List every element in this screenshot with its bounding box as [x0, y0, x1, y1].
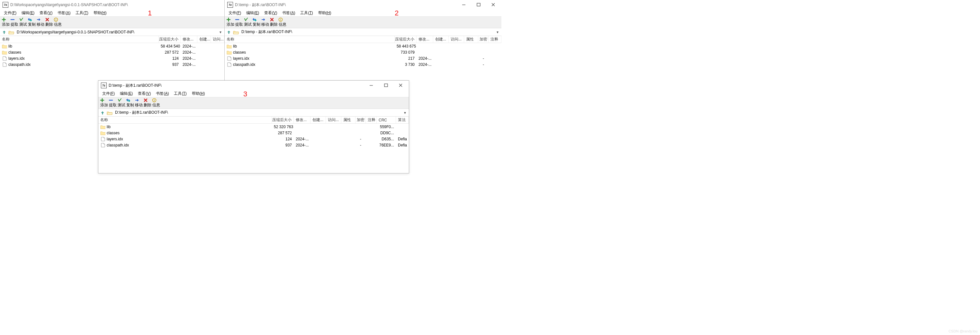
col-header-created[interactable]: 创建...: [197, 36, 211, 43]
move-icon[interactable]: [36, 17, 41, 22]
menu-e[interactable]: 编辑(E): [117, 90, 135, 97]
extract-icon[interactable]: [108, 98, 113, 102]
col-header-name[interactable]: 名称: [99, 117, 272, 123]
menu-t[interactable]: 工具(T): [298, 10, 315, 16]
col-header-size[interactable]: 压缩后大小: [159, 36, 181, 43]
up-button[interactable]: [226, 29, 232, 35]
info-icon[interactable]: [278, 17, 283, 22]
toolbar-move-label[interactable]: 移动: [36, 22, 45, 27]
toolbar-delete-label[interactable]: 删除: [269, 22, 278, 27]
col-header-crc[interactable]: CRC: [377, 117, 396, 123]
list-item[interactable]: classpath.idx9372024-...: [0, 61, 224, 67]
toolbar-delete-label[interactable]: 删除: [143, 102, 152, 108]
address-dropdown[interactable]: ▾: [218, 30, 223, 34]
toolbar-test-label[interactable]: 测试: [19, 22, 27, 27]
test-icon[interactable]: [243, 17, 248, 22]
delete-icon[interactable]: [269, 17, 275, 22]
menu-a[interactable]: 书签(A): [153, 90, 171, 97]
col-header-attr[interactable]: 属性: [341, 117, 355, 123]
list-item[interactable]: classpath.idx9372024-...-76EE9...Defla: [99, 142, 409, 148]
up-button[interactable]: [1, 29, 7, 35]
col-header-created[interactable]: 创建...: [433, 36, 449, 43]
col-header-note[interactable]: 注释: [366, 117, 377, 123]
menu-e[interactable]: 编辑(E): [243, 10, 262, 16]
col-header-mod[interactable]: 修改...: [181, 36, 197, 43]
address-dropdown[interactable]: ▾: [495, 30, 500, 34]
titlebar[interactable]: 7z D:\Workspace\yangsi\target\yangsi-0.0…: [0, 0, 224, 10]
list-item[interactable]: layers.idx2172024-...-: [225, 55, 501, 61]
menu-h[interactable]: 帮助(H): [316, 10, 334, 16]
menu-a[interactable]: 书签(A): [55, 10, 73, 16]
menu-f[interactable]: 文件(F): [226, 10, 243, 16]
maximize-button[interactable]: [379, 81, 393, 90]
list-item[interactable]: classpath.idx3 7302024-...-: [225, 61, 501, 67]
toolbar-copy-label[interactable]: 复制: [126, 102, 134, 108]
maximize-button[interactable]: [471, 0, 486, 10]
minimize-button[interactable]: [364, 81, 379, 90]
toolbar-copy-label[interactable]: 复制: [27, 22, 36, 27]
col-header-mod[interactable]: 修改...: [294, 117, 310, 123]
toolbar-copy-label[interactable]: 复制: [252, 22, 261, 27]
toolbar-add-label[interactable]: 添加: [100, 102, 108, 108]
titlebar[interactable]: 7z D:\temp - 副本.rar\BOOT-INF\: [225, 0, 501, 10]
copy-icon[interactable]: [126, 98, 131, 102]
list-item[interactable]: classes287 5722024-...: [0, 49, 224, 55]
close-button[interactable]: [393, 81, 408, 90]
test-icon[interactable]: [117, 98, 122, 102]
delete-icon[interactable]: [143, 98, 148, 102]
menu-h[interactable]: 帮助(H): [189, 90, 208, 97]
toolbar-extract-label[interactable]: 提取: [235, 22, 243, 27]
list-item[interactable]: layers.idx1242024-...: [0, 55, 224, 61]
address-path[interactable]: D:\Workspace\yangsi\target\yangsi-0.0.1-…: [16, 30, 216, 34]
toolbar-extract-label[interactable]: 提取: [108, 102, 117, 108]
col-header-enc[interactable]: 加密: [355, 117, 366, 123]
toolbar-delete-label[interactable]: 删除: [45, 22, 53, 27]
list-item[interactable]: classes287 572DD9C...: [99, 130, 409, 136]
list-item[interactable]: lib58 434 5402024-...: [0, 43, 224, 49]
col-header-algo[interactable]: 算法: [396, 117, 409, 123]
col-header-created[interactable]: 创建...: [310, 117, 326, 123]
extract-icon[interactable]: [235, 17, 240, 22]
copy-icon[interactable]: [252, 17, 257, 22]
toolbar-info-label[interactable]: 信息: [152, 102, 161, 108]
toolbar-test-label[interactable]: 测试: [117, 102, 126, 108]
col-header-attr[interactable]: 属性: [464, 36, 478, 43]
toolbar-add-label[interactable]: 添加: [226, 22, 235, 27]
test-icon[interactable]: [19, 17, 24, 22]
add-icon[interactable]: [226, 17, 231, 22]
col-header-enc[interactable]: 加密: [478, 36, 488, 43]
menu-f[interactable]: 文件(F): [100, 90, 117, 97]
titlebar[interactable]: 7z D:\temp - 副本1.rar\BOOT-INF\: [99, 81, 409, 90]
move-icon[interactable]: [261, 17, 266, 22]
menu-a[interactable]: 书签(A): [280, 10, 298, 16]
info-icon[interactable]: [152, 98, 157, 102]
toolbar-info-label[interactable]: 信息: [53, 22, 62, 27]
col-header-name[interactable]: 名称: [0, 36, 159, 43]
col-header-access[interactable]: 访问...: [211, 36, 224, 43]
col-header-mod[interactable]: 修改...: [417, 36, 433, 43]
menu-v[interactable]: 查看(V): [135, 90, 153, 97]
move-icon[interactable]: [134, 98, 140, 102]
up-button[interactable]: [100, 110, 105, 116]
list-item[interactable]: lib58 443 675: [225, 43, 501, 49]
add-icon[interactable]: [100, 98, 105, 102]
list-item[interactable]: classes733 079: [225, 49, 501, 55]
toolbar-test-label[interactable]: 测试: [243, 22, 252, 27]
address-dropdown[interactable]: ▾: [402, 111, 407, 115]
delete-icon[interactable]: [45, 17, 50, 22]
col-header-access[interactable]: 访问...: [326, 117, 341, 123]
col-header-note[interactable]: 注释: [488, 36, 501, 43]
list-item[interactable]: layers.idx1242024-...-D635...Defla: [99, 136, 409, 142]
toolbar-add-label[interactable]: 添加: [1, 22, 10, 27]
menu-f[interactable]: 文件(F): [1, 10, 19, 16]
col-header-name[interactable]: 名称: [225, 36, 395, 43]
menu-h[interactable]: 帮助(H): [91, 10, 109, 16]
toolbar-extract-label[interactable]: 提取: [10, 22, 19, 27]
copy-icon[interactable]: [27, 17, 32, 22]
toolbar-info-label[interactable]: 信息: [278, 22, 287, 27]
toolbar-move-label[interactable]: 移动: [261, 22, 269, 27]
col-header-size[interactable]: 压缩后大小: [272, 117, 294, 123]
menu-v[interactable]: 查看(V): [262, 10, 280, 16]
col-header-access[interactable]: 访问...: [449, 36, 464, 43]
info-icon[interactable]: [53, 17, 59, 22]
